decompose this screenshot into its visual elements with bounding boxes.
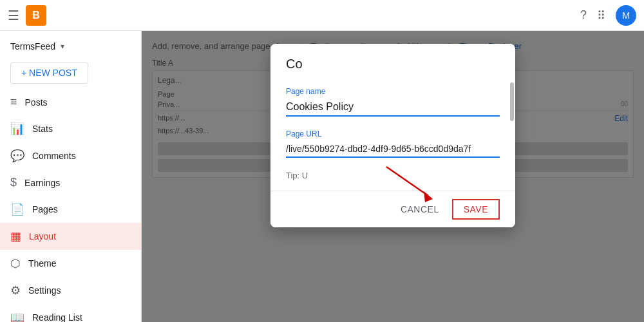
- sidebar-item-label: Theme: [28, 258, 57, 269]
- sidebar-item-label: Settings: [28, 285, 61, 296]
- main-layout: TermsFeed ▾ + NEW POST ≡ Posts 📊 Stats 💬…: [0, 31, 644, 322]
- stats-icon: 📊: [10, 122, 24, 136]
- sidebar-item-label: Stats: [32, 124, 53, 134]
- settings-icon: ⚙: [10, 283, 21, 298]
- sidebar-item-label: Comments: [32, 151, 76, 161]
- dialog-footer: CANCEL SAVE: [270, 191, 515, 227]
- dialog-scrollbar[interactable]: [510, 82, 514, 121]
- help-icon[interactable]: ?: [580, 8, 587, 22]
- page-url-group: Page URL: [286, 129, 500, 158]
- dialog-title: Co: [270, 44, 515, 77]
- layout-icon: ▦: [10, 229, 21, 243]
- blog-name: TermsFeed: [10, 41, 55, 52]
- reading-list-icon: 📖: [10, 310, 24, 322]
- dialog-scrollable: Page name Page URL Tip: U: [270, 77, 515, 191]
- dialog-tip: Tip: U: [286, 171, 500, 180]
- save-button[interactable]: SAVE: [452, 199, 500, 220]
- avatar[interactable]: M: [616, 5, 636, 26]
- pages-icon: 📄: [10, 202, 24, 216]
- sidebar-item-pages[interactable]: 📄 Pages: [0, 196, 141, 223]
- sidebar-item-settings[interactable]: ⚙ Settings: [0, 277, 141, 304]
- sidebar-item-comments[interactable]: 💬 Comments: [0, 142, 141, 169]
- earnings-icon: $: [10, 176, 17, 189]
- sidebar-item-theme[interactable]: ⬡ Theme: [0, 250, 141, 277]
- hamburger-icon[interactable]: ☰: [8, 8, 19, 23]
- sidebar-item-label: Earnings: [24, 178, 60, 188]
- page-url-label: Page URL: [286, 129, 500, 138]
- sidebar-item-label: Posts: [25, 97, 48, 108]
- blogger-logo: B: [26, 5, 46, 26]
- content-area: Add, remove, and arrange page elements. …: [142, 31, 644, 322]
- sidebar-item-label: Pages: [32, 204, 58, 214]
- topbar-right: ? ⠿ M: [580, 5, 636, 26]
- theme-icon: ⬡: [10, 256, 21, 270]
- blog-selector[interactable]: TermsFeed ▾: [0, 36, 141, 57]
- edit-page-dialog: Co Page name Page URL Tip: U: [270, 44, 515, 227]
- cancel-button[interactable]: CANCEL: [393, 199, 447, 220]
- sidebar: TermsFeed ▾ + NEW POST ≡ Posts 📊 Stats 💬…: [0, 31, 142, 322]
- topbar-left: ☰ B: [8, 5, 46, 26]
- sidebar-item-label: Reading List: [32, 312, 82, 322]
- sidebar-item-layout[interactable]: ▦ Layout: [0, 223, 141, 250]
- page-name-group: Page name: [286, 87, 500, 117]
- sidebar-item-label: Layout: [29, 231, 56, 242]
- sidebar-item-posts[interactable]: ≡ Posts: [0, 89, 141, 115]
- page-name-label: Page name: [286, 87, 500, 96]
- chevron-down-icon: ▾: [61, 42, 64, 51]
- sidebar-item-stats[interactable]: 📊 Stats: [0, 115, 141, 142]
- comments-icon: 💬: [10, 149, 24, 163]
- sidebar-item-reading-list[interactable]: 📖 Reading List: [0, 304, 141, 322]
- page-url-input[interactable]: [286, 141, 500, 158]
- posts-icon: ≡: [10, 95, 17, 109]
- new-post-button[interactable]: + NEW POST: [10, 62, 88, 84]
- grid-icon[interactable]: ⠿: [597, 8, 605, 23]
- page-name-input[interactable]: [286, 99, 500, 117]
- topbar: ☰ B ? ⠿ M: [0, 0, 644, 31]
- modal-overlay: Co Page name Page URL Tip: U: [142, 31, 644, 322]
- sidebar-item-earnings[interactable]: $ Earnings: [0, 169, 141, 196]
